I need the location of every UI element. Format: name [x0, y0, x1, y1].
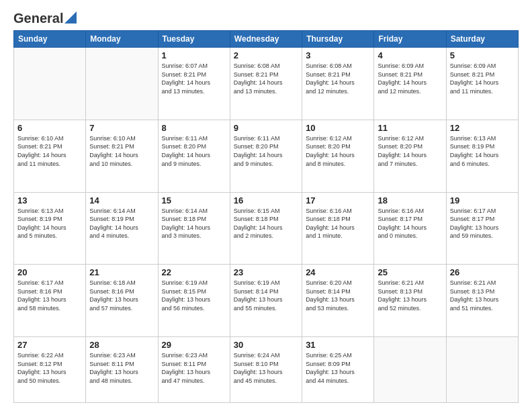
day-info: Sunrise: 6:23 AM Sunset: 8:11 PM Dayligh… [89, 351, 154, 385]
logo-triangle-icon [64, 11, 77, 24]
calendar-cell: 24Sunrise: 6:20 AM Sunset: 8:14 PM Dayli… [302, 265, 374, 337]
calendar-cell: 6Sunrise: 6:10 AM Sunset: 8:21 PM Daylig… [14, 120, 86, 192]
weekday-header-friday: Friday [374, 31, 446, 48]
day-info: Sunrise: 6:08 AM Sunset: 8:21 PM Dayligh… [306, 62, 370, 95]
day-number: 9 [234, 123, 298, 133]
day-info: Sunrise: 6:17 AM Sunset: 8:16 PM Dayligh… [17, 279, 82, 312]
calendar-cell [86, 48, 158, 120]
calendar-week-row: 20Sunrise: 6:17 AM Sunset: 8:16 PM Dayli… [14, 265, 519, 337]
calendar-cell: 22Sunrise: 6:19 AM Sunset: 8:15 PM Dayli… [158, 265, 230, 337]
day-info: Sunrise: 6:07 AM Sunset: 8:21 PM Dayligh… [162, 62, 226, 95]
calendar-cell: 9Sunrise: 6:11 AM Sunset: 8:20 PM Daylig… [230, 120, 302, 192]
svg-marker-0 [64, 11, 77, 24]
day-info: Sunrise: 6:25 AM Sunset: 8:09 PM Dayligh… [306, 351, 370, 385]
day-info: Sunrise: 6:13 AM Sunset: 8:19 PM Dayligh… [450, 134, 515, 168]
calendar-cell: 5Sunrise: 6:09 AM Sunset: 8:21 PM Daylig… [446, 48, 518, 120]
calendar-cell: 7Sunrise: 6:10 AM Sunset: 8:21 PM Daylig… [86, 120, 158, 192]
day-number: 15 [162, 195, 226, 205]
day-info: Sunrise: 6:12 AM Sunset: 8:20 PM Dayligh… [306, 134, 370, 168]
calendar-week-row: 13Sunrise: 6:13 AM Sunset: 8:19 PM Dayli… [14, 192, 519, 265]
day-info: Sunrise: 6:15 AM Sunset: 8:18 PM Dayligh… [234, 207, 298, 240]
day-info: Sunrise: 6:11 AM Sunset: 8:20 PM Dayligh… [234, 134, 298, 168]
day-info: Sunrise: 6:19 AM Sunset: 8:14 PM Dayligh… [234, 279, 298, 312]
day-number: 13 [17, 195, 82, 205]
calendar-cell: 25Sunrise: 6:21 AM Sunset: 8:13 PM Dayli… [374, 265, 446, 337]
day-number: 28 [89, 340, 154, 350]
day-number: 4 [378, 50, 442, 60]
weekday-header-monday: Monday [86, 31, 158, 48]
calendar-cell: 13Sunrise: 6:13 AM Sunset: 8:19 PM Dayli… [14, 192, 86, 265]
day-info: Sunrise: 6:12 AM Sunset: 8:20 PM Dayligh… [378, 134, 442, 168]
day-info: Sunrise: 6:08 AM Sunset: 8:21 PM Dayligh… [234, 62, 298, 95]
day-info: Sunrise: 6:10 AM Sunset: 8:21 PM Dayligh… [89, 134, 154, 168]
weekday-header-tuesday: Tuesday [158, 31, 230, 48]
calendar-cell: 14Sunrise: 6:14 AM Sunset: 8:19 PM Dayli… [86, 192, 158, 265]
day-info: Sunrise: 6:11 AM Sunset: 8:20 PM Dayligh… [162, 134, 226, 168]
day-number: 21 [89, 267, 154, 277]
logo-general: General [13, 11, 63, 26]
calendar-cell: 11Sunrise: 6:12 AM Sunset: 8:20 PM Dayli… [374, 120, 446, 192]
calendar-week-row: 27Sunrise: 6:22 AM Sunset: 8:12 PM Dayli… [14, 337, 519, 403]
day-number: 25 [378, 267, 442, 277]
calendar-cell: 20Sunrise: 6:17 AM Sunset: 8:16 PM Dayli… [14, 265, 86, 337]
day-info: Sunrise: 6:09 AM Sunset: 8:21 PM Dayligh… [450, 62, 515, 95]
calendar-cell: 23Sunrise: 6:19 AM Sunset: 8:14 PM Dayli… [230, 265, 302, 337]
day-number: 18 [378, 195, 442, 205]
weekday-header-row: SundayMondayTuesdayWednesdayThursdayFrid… [14, 31, 519, 48]
calendar-week-row: 6Sunrise: 6:10 AM Sunset: 8:21 PM Daylig… [14, 120, 519, 192]
calendar-cell: 19Sunrise: 6:17 AM Sunset: 8:17 PM Dayli… [446, 192, 518, 265]
logo: General [13, 11, 77, 24]
day-info: Sunrise: 6:23 AM Sunset: 8:11 PM Dayligh… [162, 351, 226, 385]
day-number: 20 [17, 267, 82, 277]
calendar-cell: 3Sunrise: 6:08 AM Sunset: 8:21 PM Daylig… [302, 48, 374, 120]
day-number: 14 [89, 195, 154, 205]
calendar-table: SundayMondayTuesdayWednesdayThursdayFrid… [13, 30, 519, 403]
day-number: 11 [378, 123, 442, 133]
day-info: Sunrise: 6:16 AM Sunset: 8:18 PM Dayligh… [306, 207, 370, 240]
day-number: 26 [450, 267, 515, 277]
day-info: Sunrise: 6:20 AM Sunset: 8:14 PM Dayligh… [306, 279, 370, 312]
day-info: Sunrise: 6:13 AM Sunset: 8:19 PM Dayligh… [17, 207, 82, 240]
page: General SundayMondayTuesdayWednesdayThur… [0, 0, 532, 411]
calendar-cell: 17Sunrise: 6:16 AM Sunset: 8:18 PM Dayli… [302, 192, 374, 265]
weekday-header-thursday: Thursday [302, 31, 374, 48]
calendar-cell [446, 337, 518, 403]
calendar-cell: 31Sunrise: 6:25 AM Sunset: 8:09 PM Dayli… [302, 337, 374, 403]
day-number: 30 [234, 340, 298, 350]
day-number: 17 [306, 195, 370, 205]
day-info: Sunrise: 6:21 AM Sunset: 8:13 PM Dayligh… [378, 279, 442, 312]
day-info: Sunrise: 6:24 AM Sunset: 8:10 PM Dayligh… [234, 351, 298, 385]
calendar-cell: 8Sunrise: 6:11 AM Sunset: 8:20 PM Daylig… [158, 120, 230, 192]
day-info: Sunrise: 6:17 AM Sunset: 8:17 PM Dayligh… [450, 207, 515, 240]
day-info: Sunrise: 6:09 AM Sunset: 8:21 PM Dayligh… [378, 62, 442, 95]
day-number: 16 [234, 195, 298, 205]
weekday-header-saturday: Saturday [446, 31, 518, 48]
day-number: 22 [162, 267, 226, 277]
day-info: Sunrise: 6:10 AM Sunset: 8:21 PM Dayligh… [17, 134, 82, 168]
day-number: 10 [306, 123, 370, 133]
day-info: Sunrise: 6:14 AM Sunset: 8:19 PM Dayligh… [89, 207, 154, 240]
calendar-cell [374, 337, 446, 403]
day-info: Sunrise: 6:21 AM Sunset: 8:13 PM Dayligh… [450, 279, 515, 312]
calendar-cell: 26Sunrise: 6:21 AM Sunset: 8:13 PM Dayli… [446, 265, 518, 337]
weekday-header-sunday: Sunday [14, 31, 86, 48]
day-info: Sunrise: 6:19 AM Sunset: 8:15 PM Dayligh… [162, 279, 226, 312]
calendar-cell: 4Sunrise: 6:09 AM Sunset: 8:21 PM Daylig… [374, 48, 446, 120]
calendar-cell: 10Sunrise: 6:12 AM Sunset: 8:20 PM Dayli… [302, 120, 374, 192]
day-number: 24 [306, 267, 370, 277]
calendar-cell [14, 48, 86, 120]
calendar-cell: 1Sunrise: 6:07 AM Sunset: 8:21 PM Daylig… [158, 48, 230, 120]
calendar-cell: 28Sunrise: 6:23 AM Sunset: 8:11 PM Dayli… [86, 337, 158, 403]
day-number: 31 [306, 340, 370, 350]
day-info: Sunrise: 6:22 AM Sunset: 8:12 PM Dayligh… [17, 351, 82, 385]
day-number: 2 [234, 50, 298, 60]
day-info: Sunrise: 6:16 AM Sunset: 8:17 PM Dayligh… [378, 207, 442, 240]
calendar-cell: 16Sunrise: 6:15 AM Sunset: 8:18 PM Dayli… [230, 192, 302, 265]
day-number: 3 [306, 50, 370, 60]
weekday-header-wednesday: Wednesday [230, 31, 302, 48]
header: General [13, 11, 519, 24]
day-info: Sunrise: 6:14 AM Sunset: 8:18 PM Dayligh… [162, 207, 226, 240]
day-number: 12 [450, 123, 515, 133]
day-number: 23 [234, 267, 298, 277]
calendar-cell: 18Sunrise: 6:16 AM Sunset: 8:17 PM Dayli… [374, 192, 446, 265]
